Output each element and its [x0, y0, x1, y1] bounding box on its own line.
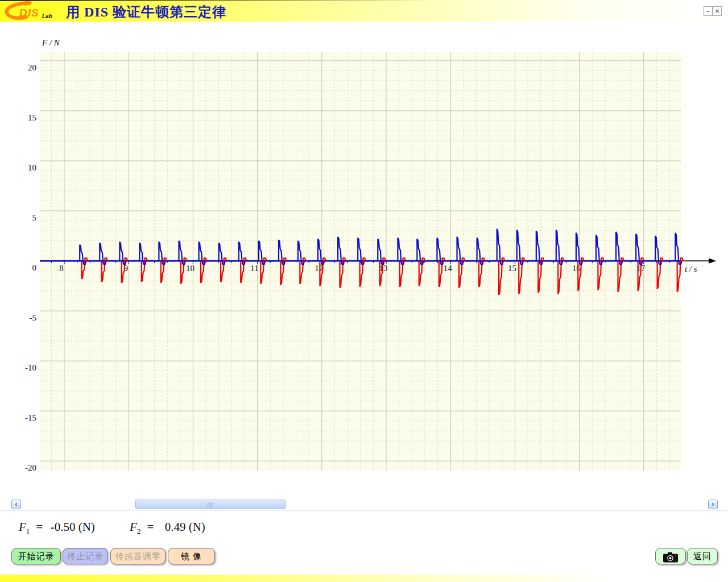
svg-text:10: 10 — [186, 264, 195, 273]
camera-icon — [663, 552, 679, 563]
svg-text:-20: -20 — [25, 463, 36, 472]
minimize-button[interactable]: – — [704, 6, 713, 16]
svg-text:12: 12 — [315, 264, 323, 273]
start-record-button[interactable]: 开始记录 — [11, 548, 61, 564]
svg-text:Lab: Lab — [42, 13, 52, 19]
scroll-right-button[interactable]: › — [708, 500, 718, 509]
svg-text:14: 14 — [444, 264, 453, 273]
f2-readout: F2 = 0.49 (N) — [130, 520, 205, 537]
svg-text:11: 11 — [250, 264, 258, 273]
f1-symbol: F — [19, 520, 26, 534]
title-bar: DIS Lab 用 DIS 验证牛顿第三定律 – × — [0, 0, 728, 22]
f2-value: 0.49 (N) — [165, 520, 205, 534]
svg-text:DIS: DIS — [19, 7, 39, 19]
svg-text:0: 0 — [32, 263, 37, 272]
svg-text:20: 20 — [28, 63, 36, 72]
svg-text:F / N: F / N — [42, 38, 60, 47]
bottom-accent-bar — [0, 575, 728, 582]
page-title: 用 DIS 验证牛顿第三定律 — [66, 3, 226, 21]
svg-text:10: 10 — [28, 163, 36, 172]
f2-symbol: F — [130, 520, 137, 534]
svg-text:-15: -15 — [25, 413, 36, 422]
svg-text:8: 8 — [59, 264, 64, 273]
force-time-chart[interactable]: 20151050-5-10-15-20891011121314151617F /… — [0, 0, 728, 494]
scrollbar-grip-icon — [208, 502, 214, 508]
stop-record-button[interactable]: 停止记录 — [63, 548, 108, 564]
snapshot-button[interactable] — [655, 548, 686, 564]
f1-readout: F1 = -0.50 (N) — [19, 520, 95, 537]
dislab-logo-icon: DIS Lab — [5, 1, 64, 20]
sensor-zero-button[interactable]: 传感器调零 — [110, 548, 166, 564]
svg-text:-10: -10 — [25, 363, 36, 372]
svg-text:-5: -5 — [30, 313, 37, 322]
close-button[interactable]: × — [713, 6, 722, 16]
mirror-button[interactable]: 镜 像 — [168, 548, 215, 564]
svg-text:16: 16 — [572, 264, 581, 273]
svg-text:5: 5 — [32, 213, 37, 222]
panel-divider — [0, 510, 728, 510]
scroll-left-button[interactable]: ‹ — [11, 500, 21, 509]
scrollbar-thumb[interactable] — [135, 500, 286, 509]
svg-text:t / s: t / s — [685, 264, 697, 273]
horizontal-scrollbar[interactable]: ‹ › — [0, 500, 728, 510]
f1-value: -0.50 (N) — [51, 520, 95, 534]
svg-text:15: 15 — [508, 264, 516, 273]
back-button[interactable]: 返回 — [687, 548, 718, 564]
svg-text:15: 15 — [28, 113, 36, 122]
